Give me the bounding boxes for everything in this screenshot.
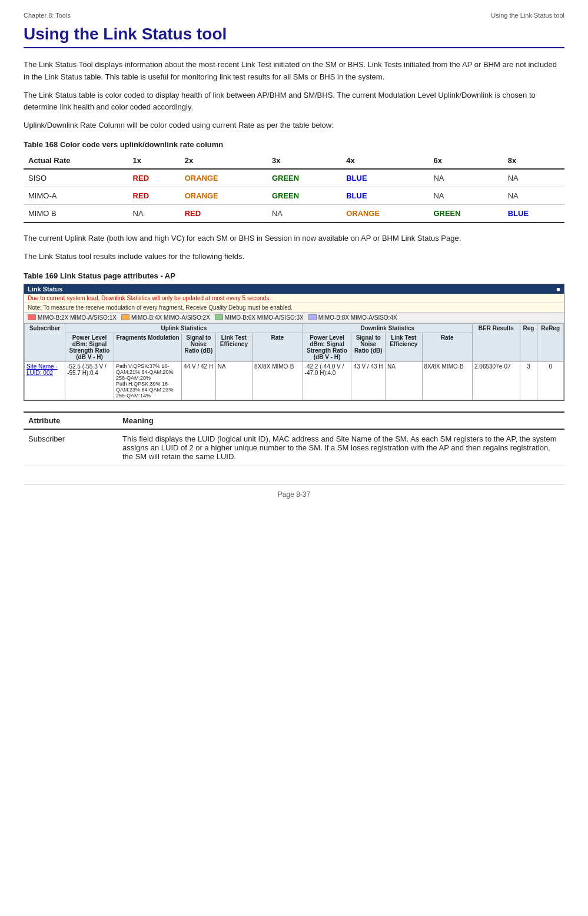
intro-paragraph-3: Uplink/Downlink Rate Column will be colo… [24,120,564,132]
cell-ber: 2.065307e-07 [472,361,520,400]
col-lte-up: Link Test Efficiency [215,333,252,361]
color-table-168: Actual Rate1x2x3x4x6x8x SISOREDORANGEGRE… [24,152,564,223]
col-header-2x: 2x [180,152,267,169]
cell-lte-down: NA [386,361,422,400]
legend-label: MIMO-B:4X MIMO-A/SISO:2X [131,314,210,321]
table169-caption: Table 169 Link Status page attributes - … [24,271,564,280]
uplink-header: Uplink Statistics [65,323,303,333]
meaning-col-header: Meaning [118,412,564,429]
legend-item: MIMO-B:8X MIMO-A/SISO:4X [308,314,397,321]
legend-item: MIMO-B:6X MIMO-A/SISO:3X [215,314,304,321]
legend-label: MIMO-B:2X MIMO-A/SISO:1X [38,314,117,321]
legend-color-box [215,314,223,320]
cell-lte-up: NA [215,361,252,400]
intro-paragraph-2: The Link Status table is color coded to … [24,89,564,114]
ls-data-table: Subscriber Uplink Statistics Downlink St… [24,323,564,400]
col-header-4x: 4x [341,152,428,169]
paragraph-uplink: The current Uplink Rate (both low and hi… [24,233,564,245]
attribute-table: Attribute Meaning SubscriberThis field d… [24,411,564,466]
attr-name: Subscriber [24,429,118,466]
legend-label: MIMO-B:6X MIMO-A/SISO:3X [225,314,304,321]
cell-fragments: Path V:QPSK:37% 16-QAM:21% 64-QAM:20% 25… [114,361,181,400]
subscriber-link[interactable]: Site Name - LUID: 002 [26,363,58,376]
downlink-header: Downlink Statistics [303,323,472,333]
attr-col-header: Attribute [24,412,118,429]
table168-row: SISOREDORANGEGREENBLUENANA [24,169,564,187]
section-label: Using the Link Status tool [491,12,564,19]
col-subscriber: Subscriber [25,323,65,361]
legend-label: MIMO-B:8X MIMO-A/SISO:4X [318,314,397,321]
cell-rate-down: 8X/8X MIMO-B [422,361,472,400]
ls-title-bar: Link Status ■ [24,284,564,294]
col-rate-up: Rate [253,333,303,361]
col-power-down: Power Level dBm: Signal Strength Ratio (… [303,333,351,361]
intro-paragraph-1: The Link Status Tool displays informatio… [24,59,564,84]
col-power-up: Power Level dBm: Signal Strength Ratio (… [65,333,114,361]
col-rereg: ReReg [537,323,564,361]
link-status-panel: Link Status ■ Due to current system load… [24,284,564,401]
table168-row: MIMO-AREDORANGEGREENBLUENANA [24,187,564,204]
ls-notice-1: Due to current system load, Downlink Sta… [24,294,564,303]
ls-close-icon[interactable]: ■ [556,286,560,293]
cell-rereg: 0 [537,361,564,400]
col-snr-down: Signal to Noise Ratio (dB) [351,333,386,361]
page-footer: Page 8-37 [24,484,564,499]
col-ber: BER Results [472,323,520,361]
cell-snr-up: 44 V / 42 H [182,361,216,400]
legend-item: MIMO-B:2X MIMO-A/SISO:1X [28,314,117,321]
attr-meaning: This field displays the LUID (logical un… [118,429,564,466]
table168-row: MIMO BNAREDNAORANGEGREENBLUE [24,204,564,223]
col-header-6x: 6x [428,152,503,169]
col-header-8x: 8x [503,152,564,169]
ls-notice-text-1: Due to current system load, Downlink Sta… [28,295,271,301]
col-header-3x: 3x [267,152,341,169]
legend-color-box [121,314,129,320]
ls-notice-text-2: Note: To measure the receive modulation … [28,304,293,311]
ls-legend: MIMO-B:2X MIMO-A/SISO:1XMIMO-B:4X MIMO-A… [24,313,564,323]
col-header-1x: 1x [128,152,180,169]
col-fragments: Fragments Modulation [114,333,181,361]
cell-power-down: -42.2 (-44.0 V / -47.0 H):4.0 [303,361,351,400]
legend-item: MIMO-B:4X MIMO-A/SISO:2X [121,314,210,321]
attr-row: SubscriberThis field displays the LUID (… [24,429,564,466]
cell-snr-down: 43 V / 43 H [351,361,386,400]
header-bar: Chapter 8: Tools Using the Link Status t… [24,12,564,19]
col-rate-down: Rate [422,333,472,361]
col-header-actual-rate: Actual Rate [24,152,128,169]
col-snr-up: Signal to Noise Ratio (dB) [182,333,216,361]
cell-rate-up: 8X/8X MIMO-B [253,361,303,400]
paragraph-fields: The Link Status tool results include val… [24,251,564,263]
ls-notice-2: Note: To measure the receive modulation … [24,303,564,313]
page-title: Using the Link Status tool [24,25,564,48]
cell-subscriber[interactable]: Site Name - LUID: 002 [25,361,65,400]
cell-power-up: -52.5 (-55.3 V / -55.7 H):0.4 [65,361,114,400]
col-reg: Reg [520,323,537,361]
col-lte-down: Link Test Efficiency [386,333,422,361]
table168-caption: Table 168 Color code vers uplink/downlin… [24,140,564,149]
legend-color-box [28,314,36,320]
cell-reg: 3 [520,361,537,400]
ls-title: Link Status [28,286,62,293]
chapter-label: Chapter 8: Tools [24,12,71,19]
ls-data-row: Site Name - LUID: 002 -52.5 (-55.3 V / -… [25,361,564,400]
legend-color-box [308,314,317,320]
